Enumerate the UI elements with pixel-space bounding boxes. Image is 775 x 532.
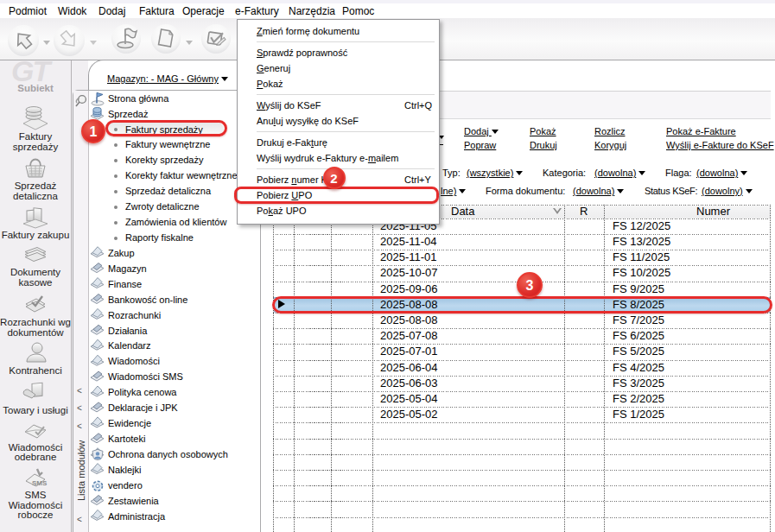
svg-text:SMS: SMS	[32, 479, 48, 487]
